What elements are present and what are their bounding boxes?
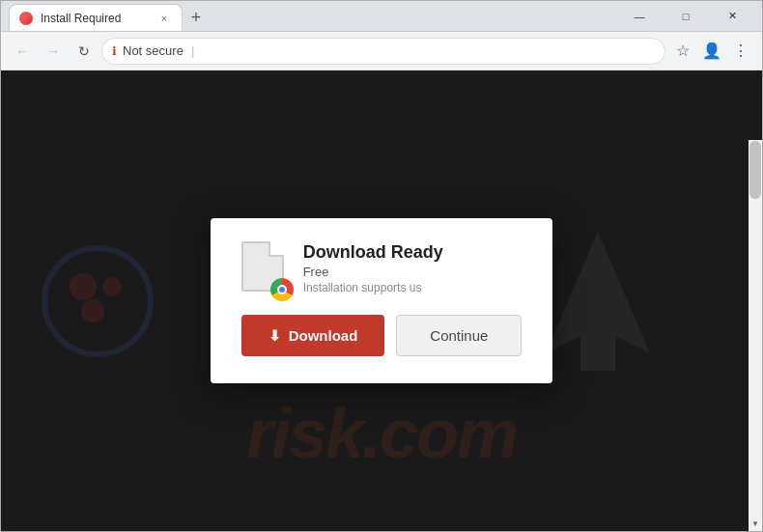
address-bar: ← → ↻ ℹ Not secure | ☆ 👤 ⋮: [1, 32, 762, 70]
tab-favicon: [19, 12, 33, 25]
security-icon: ℹ: [112, 44, 117, 58]
continue-button[interactable]: Continue: [396, 315, 522, 356]
url-bar[interactable]: ℹ Not secure |: [101, 38, 665, 65]
card-title: Download Ready: [303, 242, 523, 263]
svg-point-1: [70, 273, 97, 300]
menu-button[interactable]: ⋮: [727, 38, 754, 65]
popup-card: Download Ready Free Installation support…: [211, 218, 553, 383]
forward-button[interactable]: →: [40, 38, 67, 65]
svg-point-2: [102, 277, 122, 296]
chrome-inner: [277, 285, 287, 294]
card-buttons: ⬇ Download Continue: [241, 315, 523, 356]
window-controls: — □ ✕: [617, 1, 754, 32]
file-icon: [241, 241, 288, 295]
tab-close-button[interactable]: ×: [156, 11, 172, 26]
scrollbar: ▲ ▼: [749, 140, 762, 531]
new-tab-button[interactable]: +: [183, 4, 210, 31]
title-bar: Install Required × + — □ ✕: [1, 1, 762, 32]
download-icon: ⬇: [268, 327, 281, 345]
maximize-button[interactable]: □: [664, 1, 708, 32]
card-note: Installation supports us: [303, 281, 523, 294]
download-label: Download: [289, 327, 358, 344]
card-header: Download Ready Free Installation support…: [241, 241, 523, 295]
close-window-button[interactable]: ✕: [710, 1, 754, 32]
watermark-logo: [40, 243, 155, 359]
scrollbar-thumb[interactable]: [749, 141, 761, 199]
refresh-button[interactable]: ↻: [71, 38, 98, 65]
bookmark-button[interactable]: ☆: [669, 38, 696, 65]
toolbar-icons: ☆ 👤 ⋮: [669, 38, 754, 65]
tab-area: Install Required × +: [9, 1, 613, 31]
svg-point-0: [44, 248, 151, 354]
page-content: risk.com Download Ready Free Installatio…: [1, 70, 762, 531]
tab-title: Install Required: [41, 12, 149, 25]
svg-marker-4: [546, 232, 650, 371]
svg-point-3: [81, 299, 104, 322]
minimize-button[interactable]: —: [617, 1, 662, 32]
browser-frame: Install Required × + — □ ✕ ← → ↻ ℹ Not s…: [0, 0, 763, 532]
back-button[interactable]: ←: [9, 38, 36, 65]
continue-label: Continue: [430, 327, 488, 344]
scrollbar-down-button[interactable]: ▼: [749, 516, 762, 531]
card-subtitle: Free: [303, 265, 523, 279]
download-button[interactable]: ⬇ Download: [241, 315, 385, 356]
url-separator: |: [191, 43, 194, 58]
chrome-badge: [270, 278, 294, 301]
profile-button[interactable]: 👤: [698, 38, 725, 65]
watermark-text: risk.com: [246, 394, 517, 473]
card-info: Download Ready Free Installation support…: [303, 242, 523, 294]
browser-tab[interactable]: Install Required ×: [9, 4, 183, 31]
security-text: Not secure: [123, 43, 184, 58]
chrome-circle: [270, 278, 294, 301]
